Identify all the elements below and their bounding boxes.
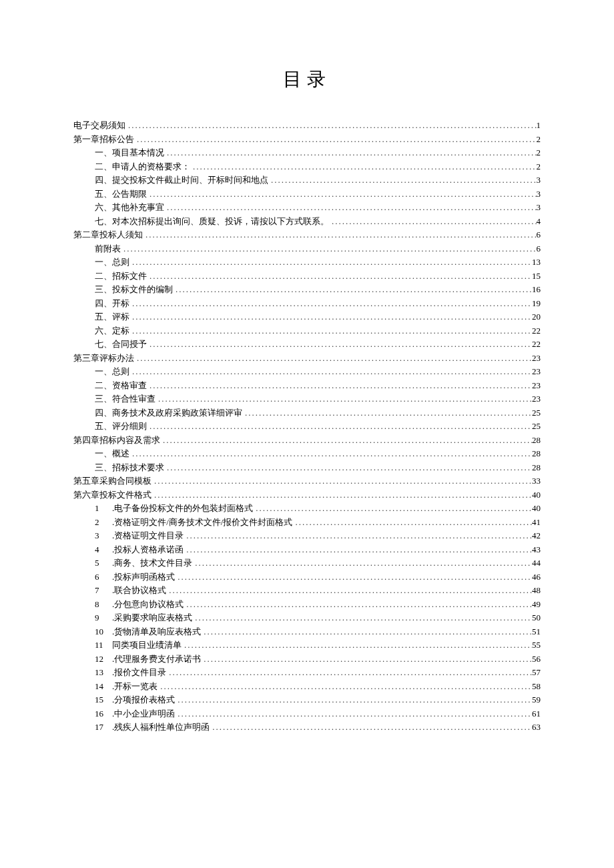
toc-entry-page: 22: [532, 324, 541, 338]
toc-leader-dots: ........................................…: [192, 556, 532, 570]
toc-leader-dots: ........................................…: [129, 256, 532, 270]
toc-entry-page: 28: [532, 461, 541, 475]
toc-entry: 第六章投标文件格式 ..............................…: [73, 488, 541, 502]
toc-leader-dots: ........................................…: [129, 447, 532, 461]
toc-leader-dots: ........................................…: [184, 598, 532, 612]
toc-entry-number: 8: [95, 598, 112, 612]
toc-entry: 3.资格证明文件目录 .............................…: [73, 529, 541, 543]
toc-leader-dots: ........................................…: [268, 173, 537, 187]
toc-entry-page: 13: [532, 256, 541, 270]
toc-entry: 四、提交投标文件截止时间、开标时间和地点 ...................…: [73, 173, 541, 187]
toc-entry-label: 第二章投标人须知: [73, 228, 143, 242]
toc-entry-page: 2: [537, 160, 541, 174]
toc-entry-label: .分包意向协议格式: [112, 598, 184, 612]
toc-entry: 五、公告期限 .................................…: [73, 187, 541, 201]
toc-entry: 前附表 ....................................…: [73, 242, 541, 256]
toc-entry-page: 59: [532, 693, 541, 707]
toc-entry-label: 电子交易须知: [73, 119, 125, 133]
toc-entry-page: 56: [532, 653, 541, 667]
toc-entry-page: 4: [537, 215, 541, 229]
toc-entry-page: 2: [537, 133, 541, 147]
toc-entry: 4.投标人资格承诺函 .............................…: [73, 543, 541, 557]
toc-entry: 14.开标一览表 ...............................…: [73, 680, 541, 694]
toc-entry-label: 一、总则: [95, 365, 129, 379]
toc-entry-label: 六、定标: [95, 324, 129, 338]
toc-entry-page: 6: [537, 228, 541, 242]
toc-entry-label: .采购要求响应表格式: [112, 611, 192, 625]
toc-leader-dots: ........................................…: [143, 228, 537, 242]
toc-entry: 5.商务、技术文件目录 ............................…: [73, 556, 541, 570]
toc-entry-page: 28: [532, 447, 541, 461]
toc-entry-label: 五、评标: [95, 310, 129, 324]
toc-leader-dots: ........................................…: [147, 338, 532, 352]
toc-entry-label: .报价文件目录: [112, 666, 166, 680]
toc-entry-page: 15: [532, 270, 541, 284]
toc-entry: 16.中小企业声明函 .............................…: [73, 707, 541, 721]
toc-entry-label: .分项报价表格式: [112, 693, 175, 707]
toc-entry-number: 17: [95, 721, 112, 735]
toc-entry-label: 三、符合性审查: [95, 392, 156, 406]
toc-leader-dots: ........................................…: [192, 611, 532, 625]
toc-entry-label: 一、概述: [95, 447, 129, 461]
toc-entry-page: 1: [537, 119, 541, 133]
toc-entry: 七、合同授予 .................................…: [73, 338, 541, 352]
toc-leader-dots: ........................................…: [329, 215, 537, 229]
toc-entry: 第三章评标办法 ................................…: [73, 352, 541, 366]
toc-entry: 四、开标 ...................................…: [73, 297, 541, 311]
toc-entry-page: 23: [532, 365, 541, 379]
toc-entry: 五、评分细则 .................................…: [73, 420, 541, 434]
toc-entry-label: .中小企业声明函: [112, 707, 175, 721]
toc-entry-page: 28: [532, 434, 541, 448]
toc-entry-label: 五、评分细则: [95, 420, 147, 434]
toc-leader-dots: ........................................…: [166, 666, 532, 680]
toc-entry-page: 43: [532, 543, 541, 557]
toc-entry-label: 四、开标: [95, 297, 129, 311]
toc-leader-dots: ........................................…: [184, 543, 532, 557]
toc-entry-page: 3: [537, 173, 541, 187]
toc-entry-number: 9: [95, 611, 112, 625]
page-title: 目录: [73, 67, 541, 92]
toc-entry: 12.代理服务费支付承诺书 ..........................…: [73, 653, 541, 667]
toc-entry-label: .投标人资格承诺函: [112, 543, 184, 557]
toc-entry-number: 5: [95, 556, 112, 570]
toc-entry-page: 40: [532, 502, 541, 516]
toc-entry-page: 3: [537, 201, 541, 215]
toc-entry-page: 33: [532, 474, 541, 488]
toc-entry-label: 五、公告期限: [95, 187, 147, 201]
page-container: 目录 电子交易须知 ..............................…: [0, 0, 614, 788]
toc-entry-number: 14: [95, 680, 112, 694]
toc-entry-label: 一、总则: [95, 256, 129, 270]
toc-entry-label: .电子备份投标文件的外包装封面格式: [112, 502, 253, 516]
toc-leader-dots: ........................................…: [160, 434, 532, 448]
table-of-contents: 电子交易须知 .................................…: [73, 119, 541, 735]
toc-entry-label: .残疾人福利性单位声明函: [112, 721, 210, 735]
toc-entry: 第一章招标公告 ................................…: [73, 133, 541, 147]
toc-entry-number: 1: [95, 502, 112, 516]
toc-leader-dots: ........................................…: [182, 638, 532, 653]
toc-entry: 三、投标文件的编制 ..............................…: [73, 283, 541, 297]
toc-entry-label: .货物清单及响应表格式: [112, 625, 201, 639]
toc-entry: 2.资格证明文件/商务技术文件/报价文件封面格式 ...............…: [73, 516, 541, 530]
toc-entry-page: 46: [532, 570, 541, 584]
toc-entry-number: 6: [95, 570, 112, 584]
toc-entry: 一、概述 ...................................…: [73, 447, 541, 461]
toc-leader-dots: ........................................…: [164, 146, 537, 160]
toc-entry: 13.报价文件目录 ..............................…: [73, 666, 541, 680]
toc-entry-label: 同类项目业绩清单: [112, 638, 182, 653]
toc-entry-number: 16: [95, 707, 112, 721]
toc-entry: 五、评标 ...................................…: [73, 310, 541, 324]
toc-leader-dots: ........................................…: [242, 406, 532, 420]
toc-entry-page: 25: [532, 420, 541, 434]
toc-entry-page: 42: [532, 529, 541, 543]
toc-leader-dots: ........................................…: [253, 502, 532, 516]
toc-leader-dots: ........................................…: [175, 570, 532, 584]
toc-entry-number: 15: [95, 693, 112, 707]
toc-entry-page: 63: [532, 721, 541, 735]
toc-leader-dots: ........................................…: [156, 392, 532, 406]
toc-entry: 电子交易须知 .................................…: [73, 119, 541, 133]
toc-entry-label: 前附表: [95, 242, 121, 256]
toc-leader-dots: ........................................…: [121, 242, 537, 256]
toc-entry-label: .资格证明文件/商务技术文件/报价文件封面格式: [112, 516, 292, 530]
toc-leader-dots: ........................................…: [129, 310, 532, 324]
toc-entry-page: 2: [537, 146, 541, 160]
